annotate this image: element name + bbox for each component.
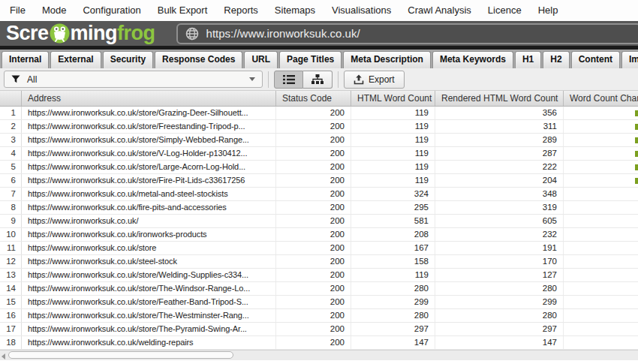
cell-status-code: 200: [276, 269, 351, 281]
cell-status-code: 200: [276, 161, 351, 173]
table-row[interactable]: 11https://www.ironworksuk.co.uk/store200…: [0, 242, 638, 255]
toolbar-divider: [268, 71, 269, 88]
cell-address: https://www.ironworksuk.co.uk/metal-and-…: [22, 188, 276, 200]
menu-item-visualisations[interactable]: Visualisations: [324, 0, 399, 21]
tab-security[interactable]: Security: [103, 51, 153, 68]
cell-row-number: 8: [0, 201, 22, 214]
cell-rendered-html-word-count: 222: [435, 161, 564, 173]
tab-h2[interactable]: H2: [543, 51, 569, 68]
table-row[interactable]: 6https://www.ironworksuk.co.uk/store/Fir…: [0, 174, 638, 188]
cell-address: https://www.ironworksuk.co.uk/: [22, 215, 276, 227]
cell-html-word-count: 119: [351, 161, 435, 173]
menu-item-bulk-export[interactable]: Bulk Export: [149, 0, 215, 21]
cell-word-count-change: [564, 269, 638, 281]
scroll-left-arrow-icon[interactable]: [2, 353, 5, 359]
tab-response-codes[interactable]: Response Codes: [155, 51, 242, 68]
logo-text-scre: Scre: [6, 22, 49, 45]
cell-status-code: 200: [276, 188, 351, 200]
app-logo: Scre ming frog: [6, 22, 155, 45]
tab-internal[interactable]: Internal: [2, 51, 49, 68]
table-row[interactable]: 3https://www.ironworksuk.co.uk/store/Sim…: [0, 134, 638, 147]
cell-html-word-count: 167: [351, 242, 435, 254]
tab-meta-keywords[interactable]: Meta Keywords: [432, 51, 513, 68]
cell-row-number: 6: [0, 174, 22, 187]
tab-url[interactable]: URL: [244, 51, 278, 68]
app-header: Scre ming frog https://www.ironworksuk.c…: [0, 21, 638, 50]
table-row[interactable]: 16https://www.ironworksuk.co.uk/store/Th…: [0, 309, 638, 323]
menu-item-reports[interactable]: Reports: [215, 0, 266, 21]
tab-h1[interactable]: H1: [515, 51, 541, 68]
table-row[interactable]: 17https://www.ironworksuk.co.uk/store/Th…: [0, 323, 638, 336]
cell-status-code: 200: [276, 282, 351, 295]
tab-page-titles[interactable]: Page Titles: [279, 51, 342, 68]
cell-status-code: 200: [276, 323, 351, 335]
cell-status-code: 200: [276, 120, 351, 133]
scrollbar-thumb[interactable]: [8, 351, 233, 359]
table-row[interactable]: 7https://www.ironworksuk.co.uk/metal-and…: [0, 188, 638, 201]
cell-rendered-html-word-count: 280: [435, 282, 564, 295]
cell-word-count-change: [564, 188, 638, 200]
menu-bar: FileModeConfigurationBulk ExportReportsS…: [0, 0, 638, 21]
table-row[interactable]: 4https://www.ironworksuk.co.uk/store/V-L…: [0, 147, 638, 161]
cell-status-code: 200: [276, 107, 351, 119]
cell-address: https://www.ironworksuk.co.uk/store/The-…: [22, 282, 276, 295]
cell-row-number: 16: [0, 309, 22, 322]
table-row[interactable]: 8https://www.ironworksuk.co.uk/fire-pits…: [0, 201, 638, 215]
table-row[interactable]: 14https://www.ironworksuk.co.uk/store/Th…: [0, 282, 638, 296]
cell-address: https://www.ironworksuk.co.uk/store/Weld…: [22, 269, 276, 281]
table-row[interactable]: 2https://www.ironworksuk.co.uk/store/Fre…: [0, 120, 638, 134]
cell-address: https://www.ironworksuk.co.uk/store: [22, 242, 276, 254]
table-row[interactable]: 5https://www.ironworksuk.co.uk/store/Lar…: [0, 161, 638, 174]
list-view-button[interactable]: [274, 71, 303, 89]
cell-rendered-html-word-count: 348: [435, 188, 564, 200]
cell-rendered-html-word-count: 170: [435, 255, 564, 268]
table-row[interactable]: 13https://www.ironworksuk.co.uk/store/We…: [0, 269, 638, 282]
table-header-row: AddressStatus CodeHTML Word CountRendere…: [0, 91, 638, 107]
cell-html-word-count: 147: [351, 336, 435, 349]
chevron-down-icon: [249, 77, 255, 81]
export-upload-icon: [354, 74, 364, 85]
cell-word-count-change: [564, 107, 638, 119]
menu-item-file[interactable]: File: [2, 0, 34, 21]
column-header-html-word-count[interactable]: HTML Word Count: [351, 91, 435, 106]
table-row[interactable]: 10https://www.ironworksuk.co.uk/ironwork…: [0, 228, 638, 242]
export-button[interactable]: Export: [344, 71, 405, 89]
column-header-word-count-change[interactable]: Word Count Change: [564, 91, 638, 106]
table-row[interactable]: 15https://www.ironworksuk.co.uk/store/Fe…: [0, 296, 638, 309]
cell-html-word-count: 119: [351, 147, 435, 160]
table-row[interactable]: 18https://www.ironworksuk.co.uk/welding-…: [0, 336, 638, 350]
column-header-address[interactable]: Address: [22, 91, 276, 106]
menu-item-mode[interactable]: Mode: [34, 0, 75, 21]
table-row[interactable]: 12https://www.ironworksuk.co.uk/steel-st…: [0, 255, 638, 269]
tab-content[interactable]: Content: [571, 51, 620, 68]
tree-view-button[interactable]: [303, 71, 333, 89]
filter-dropdown[interactable]: All: [4, 71, 263, 88]
menu-item-crawl-analysis[interactable]: Crawl Analysis: [399, 0, 480, 21]
column-header-status-code[interactable]: Status Code: [276, 91, 351, 106]
cell-html-word-count: 299: [351, 296, 435, 308]
menu-item-licence[interactable]: Licence: [480, 0, 530, 21]
column-header-rendered-html-word-count[interactable]: Rendered HTML Word Count: [435, 91, 564, 106]
cell-word-count-change: [564, 174, 638, 187]
menu-item-configuration[interactable]: Configuration: [74, 0, 149, 21]
cell-status-code: 200: [276, 215, 351, 227]
url-input[interactable]: https://www.ironworksuk.co.uk/: [176, 23, 638, 44]
column-header-row-number[interactable]: [0, 91, 22, 106]
tab-meta-description[interactable]: Meta Description: [343, 51, 431, 68]
cell-row-number: 11: [0, 242, 22, 254]
menu-item-sitemaps[interactable]: Sitemaps: [266, 0, 324, 21]
cell-row-number: 10: [0, 228, 22, 241]
menu-item-help[interactable]: Help: [530, 0, 567, 21]
tab-bar: InternalExternalSecurityResponse CodesUR…: [0, 50, 638, 68]
cell-rendered-html-word-count: 147: [435, 336, 564, 349]
cell-word-count-change: [564, 228, 638, 241]
screaming-frog-window: FileModeConfigurationBulk ExportReportsS…: [0, 0, 638, 364]
cell-rendered-html-word-count: 299: [435, 296, 564, 308]
table-row[interactable]: 1https://www.ironworksuk.co.uk/store/Gra…: [0, 107, 638, 120]
horizontal-scrollbar[interactable]: [0, 350, 638, 360]
tab-images[interactable]: Images: [621, 51, 638, 68]
tab-external[interactable]: External: [50, 51, 101, 68]
filter-selected-value: All: [27, 74, 37, 85]
cell-address: https://www.ironworksuk.co.uk/store/The-…: [22, 309, 276, 322]
table-row[interactable]: 9https://www.ironworksuk.co.uk/200581605: [0, 215, 638, 228]
